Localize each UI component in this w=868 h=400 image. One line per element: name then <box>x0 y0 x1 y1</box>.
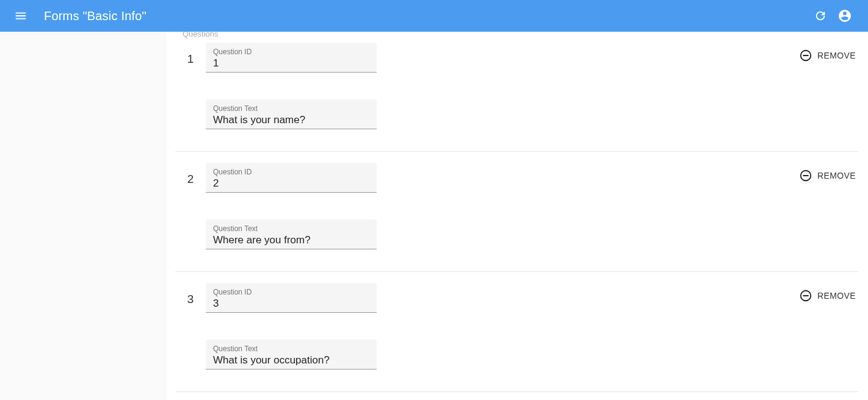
remove-label: REMOVE <box>817 171 856 180</box>
question-row: 2 Question ID Question Text REMOVE <box>175 152 858 272</box>
remove-circle-icon <box>799 289 812 302</box>
remove-button[interactable]: REMOVE <box>799 289 856 302</box>
refresh-icon <box>814 9 827 23</box>
question-id-field[interactable]: Question ID <box>206 163 377 193</box>
question-text-input[interactable] <box>213 353 369 366</box>
refresh-button[interactable] <box>808 4 833 28</box>
remove-circle-icon <box>799 49 812 62</box>
field-label: Question Text <box>213 224 369 233</box>
question-text-field[interactable]: Question Text <box>206 220 377 249</box>
field-label: Question Text <box>213 104 369 113</box>
question-index: 1 <box>175 43 206 129</box>
field-label: Question ID <box>213 48 369 56</box>
remove-circle-icon <box>799 169 812 182</box>
question-row: 3 Question ID Question Text REMOVE <box>175 272 858 392</box>
sidebar <box>0 32 165 400</box>
question-id-input[interactable] <box>213 176 369 190</box>
question-text-input[interactable] <box>213 233 369 246</box>
field-label: Question Text <box>213 345 369 353</box>
remove-label: REMOVE <box>817 51 856 60</box>
question-text-input[interactable] <box>213 113 369 126</box>
question-row: 1 Question ID Question Text REMOVE <box>175 32 858 152</box>
remove-button[interactable]: REMOVE <box>799 49 856 62</box>
field-label: Question ID <box>213 168 369 176</box>
section-label: Questions <box>179 32 219 38</box>
app-bar: Forms "Basic Info" <box>0 0 868 32</box>
remove-label: REMOVE <box>817 291 856 301</box>
account-button[interactable] <box>833 4 857 28</box>
question-id-field[interactable]: Question ID <box>206 283 377 313</box>
question-id-input[interactable] <box>213 296 369 310</box>
main-content: Questions 1 Question ID Question Text RE… <box>165 32 868 400</box>
question-text-field[interactable]: Question Text <box>206 340 377 370</box>
question-id-field[interactable]: Question ID <box>206 43 377 73</box>
question-index: 2 <box>175 163 206 249</box>
menu-button[interactable] <box>11 6 31 26</box>
field-label: Question ID <box>213 288 369 296</box>
question-index: 3 <box>175 283 206 370</box>
question-text-field[interactable]: Question Text <box>206 99 377 129</box>
page-title: Forms "Basic Info" <box>44 9 146 23</box>
add-button[interactable]: ADD <box>175 392 858 400</box>
question-id-input[interactable] <box>213 56 369 70</box>
menu-icon <box>14 9 27 23</box>
remove-button[interactable]: REMOVE <box>799 169 856 182</box>
account-icon <box>837 9 852 23</box>
